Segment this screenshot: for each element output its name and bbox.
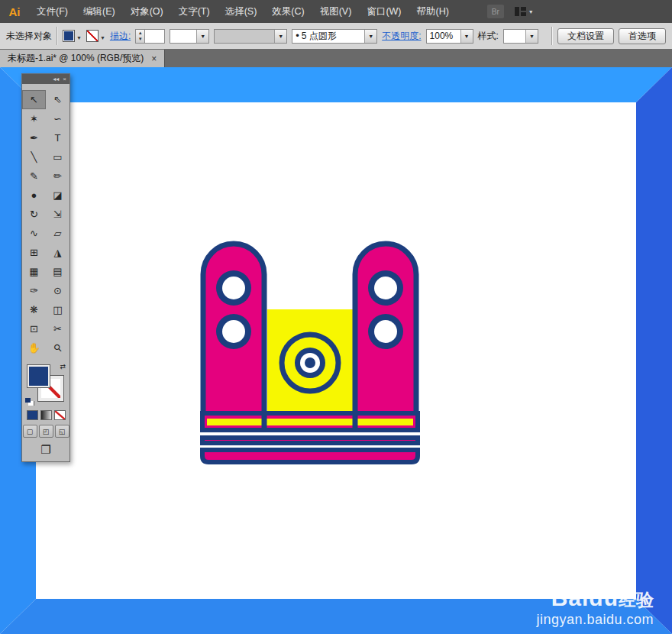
workspace-switcher[interactable]: ▼ [515,7,534,16]
pencil-tool[interactable]: ✏ [46,167,69,186]
rotate-tool[interactable]: ↻ [22,205,46,224]
direct-selection-tool[interactable]: ⇖ [46,90,69,109]
tool-grid: ↖ ⇖ ✶ ∽ ✒ T ╲ ▭ ✎ ✏ ● ◪ ↻ ⇲ ∿ ▱ ⊞ ◮ ▦ ▤ … [22,84,69,357]
document-setup-button[interactable]: 文档设置 [557,28,614,44]
screen-mode-button[interactable]: ❐ [40,444,50,456]
chevron-down-icon: ▼ [460,30,473,43]
opacity-select[interactable]: 100% ▼ [426,29,473,44]
paintbrush-tool-icon: ✎ [30,170,38,182]
gradient-button[interactable] [40,410,52,420]
shape-builder-tool[interactable]: ⊞ [22,243,46,262]
lasso-tool-icon: ∽ [53,113,62,125]
menu-type[interactable]: 文字(T) [171,0,218,23]
scale-tool[interactable]: ⇲ [46,205,69,224]
pencil-tool-icon: ✏ [53,170,62,182]
illustrator-window: Ai 文件(F) 编辑(E) 对象(O) 文字(T) 选择(S) 效果(C) 视… [0,0,672,634]
document-tab[interactable]: 未标题-1.ai* @ 100% (RGB/预览) × [0,50,165,67]
swap-fill-stroke-icon[interactable]: ⇄ [60,363,66,370]
menu-edit[interactable]: 编辑(E) [76,0,123,23]
menu-view[interactable]: 视图(V) [312,0,360,23]
column-graph-tool[interactable]: ◫ [46,300,69,319]
gradient-tool-icon: ▤ [53,266,62,277]
slice-tool[interactable]: ✂ [46,319,69,338]
blend-tool[interactable]: ⊙ [46,281,69,300]
frame-right [636,67,672,634]
paintbrush-tool[interactable]: ✎ [22,167,46,186]
band-middle-strip [202,438,418,443]
mesh-tool[interactable]: ▦ [22,262,46,281]
stroke-weight-link[interactable]: 描边: [110,30,131,43]
speaker-right[interactable] [355,244,416,414]
selection-tool-icon: ↖ [30,94,38,105]
menu-window[interactable]: 窗口(W) [359,0,409,23]
rectangle-tool[interactable]: ▭ [46,147,69,167]
gradient-tool[interactable]: ▤ [46,262,69,281]
type-tool[interactable]: T [46,128,69,147]
brush-profile-select[interactable]: ▼ [214,29,287,44]
draw-inside-button[interactable]: ◱ [55,425,69,438]
menu-object[interactable]: 对象(O) [123,0,171,23]
brush-definition-value: •5 点圆形 [292,30,364,43]
menu-select[interactable]: 选择(S) [218,0,265,23]
width-tool-icon: ∿ [30,228,38,239]
zoom-tool[interactable]: ⚲ [46,338,69,357]
hand-tool-icon: ✋ [27,342,40,354]
subwoofer[interactable] [267,309,353,414]
line-segment-tool[interactable]: ╲ [22,147,46,167]
stroke-weight-input[interactable] [145,29,165,44]
variable-width-select[interactable]: ▼ [170,29,209,44]
column-graph-tool-icon: ◫ [53,304,62,315]
fill-color-dropdown[interactable]: ▼ [63,30,82,42]
selection-tool[interactable]: ↖ [22,90,46,109]
symbol-sprayer-tool-icon: ❋ [30,304,38,315]
close-panel-icon[interactable]: × [63,74,66,84]
subwoofer-center-dot [305,357,315,368]
blob-brush-tool[interactable]: ● [22,186,46,205]
canvas-area[interactable]: Baidu经验 jingyan.baidu.com [0,67,672,634]
menu-file[interactable]: 文件(F) [29,0,76,23]
eyedropper-tool[interactable]: ✑ [22,281,46,300]
stroke-weight-stepper: ▲ ▼ [135,29,165,44]
tab-close-icon[interactable]: × [151,53,157,64]
base-bands[interactable] [202,411,418,462]
hand-tool[interactable]: ✋ [22,338,46,357]
artboard-tool[interactable]: ⊡ [22,319,46,338]
chevron-down-icon: ▼ [274,30,286,43]
style-select[interactable]: ▼ [503,29,538,44]
chevron-down-icon: ▼ [100,35,105,42]
main-menu: 文件(F) 编辑(E) 对象(O) 文字(T) 选择(S) 效果(C) 视图(V… [29,0,457,23]
width-tool[interactable]: ∿ [22,224,46,243]
menu-effect[interactable]: 效果(C) [264,0,312,23]
blob-brush-tool-icon: ● [31,189,37,201]
app-logo: Ai [0,5,29,18]
rectangle-tool-icon: ▭ [53,151,62,163]
eraser-tool-icon: ◪ [53,189,62,201]
fill-stroke-widget: ⇄ [22,361,69,408]
document-title: 未标题-1.ai* @ 100% (RGB/预览) [8,52,144,65]
none-button[interactable] [54,410,66,420]
speaker-left[interactable] [203,244,264,414]
free-transform-tool[interactable]: ▱ [46,224,69,243]
draw-behind-button[interactable]: ◰ [39,425,53,438]
fill-swatch[interactable] [27,365,50,387]
separator [551,27,553,45]
perspective-grid-tool[interactable]: ◮ [46,243,69,262]
color-button[interactable] [27,410,38,420]
opacity-link[interactable]: 不透明度: [382,30,421,43]
preferences-button[interactable]: 首选项 [619,28,666,44]
bridge-button[interactable]: Br [487,5,504,18]
symbol-sprayer-tool[interactable]: ❋ [22,300,46,319]
eraser-tool[interactable]: ◪ [46,186,69,205]
tools-panel-header[interactable]: ◂◂ × [22,74,69,84]
pen-tool[interactable]: ✒ [22,128,46,147]
draw-normal-button[interactable]: ▢ [23,425,37,438]
magic-wand-tool[interactable]: ✶ [22,109,46,128]
brush-definition-select[interactable]: •5 点圆形 ▼ [292,29,377,44]
stroke-color-dropdown[interactable]: ▼ [86,30,105,42]
lasso-tool[interactable]: ∽ [46,109,69,128]
stepper-arrows[interactable]: ▲ ▼ [135,29,145,44]
collapse-panel-icon[interactable]: ◂◂ [53,74,59,84]
default-fill-stroke-icon[interactable] [25,398,34,406]
menu-help[interactable]: 帮助(H) [409,0,457,23]
speaker-artwork[interactable] [197,238,423,467]
